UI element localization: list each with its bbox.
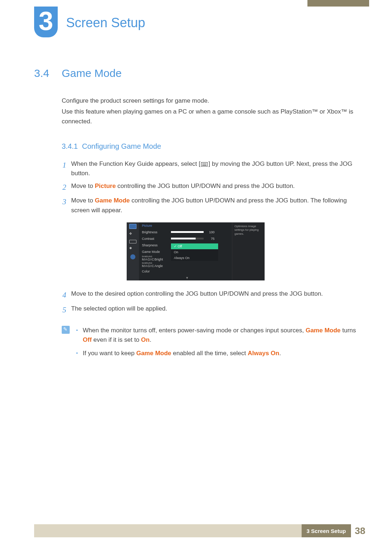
subsection-number: 3.4.1 <box>62 142 82 151</box>
footer-page-number: 38 <box>351 524 369 537</box>
osd-dropdown: Off On Always On <box>171 243 218 261</box>
note-item-1: When the monitor turns off, enters power… <box>76 326 357 345</box>
osd-main-panel: Picture Brightness 100 Contrast 75 Sharp… <box>139 222 232 280</box>
note-icon <box>62 326 70 334</box>
section-number: 3.4 <box>34 67 62 79</box>
osd-row-contrast: Contrast 75 <box>142 235 229 242</box>
step-4: 4 Move to the desired option controlling… <box>62 289 357 301</box>
subsection-title: Configuring Game Mode <box>82 142 161 150</box>
page-footer: 3 Screen Setup 38 <box>34 524 369 537</box>
section-title: Game Mode <box>62 67 122 79</box>
step-text: Move to Picture controlling the JOG butt… <box>71 181 357 193</box>
section-heading: 3.4Game Mode <box>34 67 357 79</box>
osd-brightness-bar <box>171 231 204 233</box>
osd-header: Picture <box>142 224 229 227</box>
subsection-heading: 3.4.1Configuring Game Mode <box>62 142 357 151</box>
osd-sidebar: ✥ ✱ <box>127 222 139 280</box>
footer-label: 3 Screen Setup <box>302 524 351 537</box>
step-2: 2 Move to Picture controlling the JOG bu… <box>62 181 357 193</box>
step-number: 3 <box>62 196 71 215</box>
osd-icon-screen <box>129 224 136 229</box>
menu-icon <box>201 162 208 167</box>
term-picture: Picture <box>95 182 116 189</box>
step-number: 4 <box>62 289 71 301</box>
osd-down-arrow-icon: ▼ <box>185 276 189 280</box>
term-game-mode: Game Mode <box>95 197 130 204</box>
osd-icon-list <box>129 240 136 243</box>
step-text: The selected option will be applied. <box>71 304 357 316</box>
osd-option-off: Off <box>171 243 218 249</box>
chapter-title: Screen Setup <box>66 15 145 30</box>
note-item-2: If you want to keep Game Mode enabled al… <box>76 349 357 358</box>
osd-icon-gear: ✱ <box>129 246 136 251</box>
osd-icon-move: ✥ <box>129 232 136 237</box>
page-content: 3.4Game Mode Configure the product scree… <box>34 67 357 362</box>
step-text: Move to Game Mode controlling the JOG bu… <box>71 196 357 215</box>
osd-row-color: Color <box>142 268 229 275</box>
osd-row-magic-angle: SAMSUNGMAGICAngle <box>142 262 229 268</box>
osd-icon-info <box>130 254 135 259</box>
step-5: 5 The selected option will be applied. <box>62 304 357 316</box>
osd-option-on: On <box>171 249 218 255</box>
osd-option-always-on: Always On <box>171 255 218 261</box>
intro-paragraph-2: Use this feature when playing games on a… <box>62 107 357 126</box>
osd-screenshot: ✥ ✱ Picture Brightness 100 Contrast 75 S… <box>127 222 265 280</box>
note-block: When the monitor turns off, enters power… <box>62 326 357 362</box>
note-list: When the monitor turns off, enters power… <box>76 326 357 362</box>
step-text: When the Function Key Guide appears, sel… <box>71 159 357 178</box>
header-accent-bar <box>307 0 369 7</box>
step-3: 3 Move to Game Mode controlling the JOG … <box>62 196 357 215</box>
step-text: Move to the desired option controlling t… <box>71 289 357 301</box>
osd-tip-panel: Optimizes image settings for playing gam… <box>232 222 265 280</box>
step-number: 5 <box>62 304 71 316</box>
chapter-number-tab: 3 <box>34 7 58 37</box>
osd-contrast-bar <box>171 238 204 239</box>
osd-row-brightness: Brightness 100 <box>142 229 229 235</box>
intro-paragraph-1: Configure the product screen settings fo… <box>62 96 357 106</box>
step-1: 1 When the Function Key Guide appears, s… <box>62 159 357 178</box>
step-number: 2 <box>62 181 71 193</box>
step-number: 1 <box>62 159 71 178</box>
footer-bar <box>34 524 302 537</box>
